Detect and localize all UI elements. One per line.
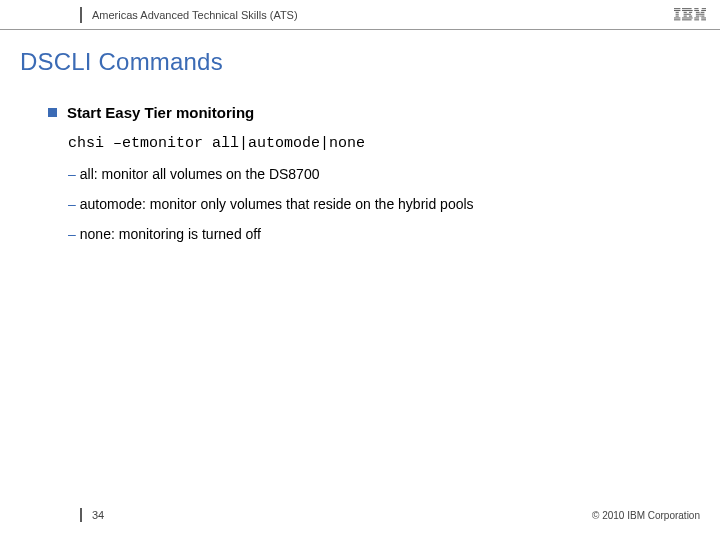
- square-bullet-icon: [48, 108, 57, 117]
- svg-rect-18: [694, 10, 699, 11]
- header-left: Americas Advanced Technical Skills (ATS): [0, 0, 298, 29]
- footer-divider: [80, 508, 82, 522]
- svg-rect-24: [700, 16, 701, 17]
- page-number: 34: [92, 509, 104, 521]
- sub-item: –none: monitoring is turned off: [68, 226, 720, 242]
- svg-rect-4: [676, 16, 679, 17]
- dash-icon: –: [68, 166, 76, 182]
- header-divider: [80, 7, 82, 23]
- svg-rect-0: [674, 8, 680, 9]
- sub-item-text: automode: monitor only volumes that resi…: [80, 196, 474, 212]
- svg-rect-28: [694, 19, 699, 20]
- svg-rect-17: [702, 8, 706, 9]
- svg-rect-27: [701, 17, 706, 18]
- svg-rect-29: [701, 19, 706, 20]
- svg-rect-23: [696, 16, 699, 17]
- svg-rect-6: [674, 19, 680, 20]
- svg-rect-2: [676, 12, 679, 13]
- svg-rect-19: [701, 10, 706, 11]
- sub-item-text: none: monitoring is turned off: [80, 226, 261, 242]
- svg-rect-22: [696, 14, 705, 15]
- svg-rect-21: [701, 12, 705, 13]
- dash-icon: –: [68, 226, 76, 242]
- slide-content: Start Easy Tier monitoring chsi –etmonit…: [0, 76, 720, 242]
- bullet-main: Start Easy Tier monitoring: [48, 104, 720, 121]
- ibm-logo: [674, 8, 706, 21]
- ibm-logo-icon: [674, 8, 706, 21]
- sub-item-text: all: monitor all volumes on the DS8700: [80, 166, 320, 182]
- sub-item: –all: monitor all volumes on the DS8700: [68, 166, 720, 182]
- svg-rect-14: [682, 17, 693, 18]
- svg-rect-12: [684, 16, 687, 17]
- svg-rect-5: [674, 17, 680, 18]
- slide-header: Americas Advanced Technical Skills (ATS): [0, 0, 720, 30]
- slide-title: DSCLI Commands: [0, 30, 720, 76]
- svg-rect-26: [694, 17, 699, 18]
- svg-rect-15: [682, 19, 692, 20]
- svg-rect-25: [701, 16, 704, 17]
- header-org-text: Americas Advanced Technical Skills (ATS): [92, 9, 298, 21]
- svg-rect-20: [696, 12, 700, 13]
- svg-rect-8: [682, 10, 693, 11]
- bullet-heading: Start Easy Tier monitoring: [67, 104, 254, 121]
- svg-rect-3: [676, 14, 679, 15]
- sub-item: –automode: monitor only volumes that res…: [68, 196, 720, 212]
- svg-rect-13: [689, 16, 692, 17]
- dash-icon: –: [68, 196, 76, 212]
- svg-rect-7: [682, 8, 692, 9]
- svg-rect-1: [674, 10, 680, 11]
- slide-footer: 34 © 2010 IBM Corporation: [0, 508, 720, 522]
- code-command: chsi –etmonitor all|automode|none: [68, 135, 720, 152]
- footer-left: 34: [0, 508, 104, 522]
- svg-rect-9: [684, 12, 687, 13]
- svg-rect-11: [684, 14, 691, 15]
- copyright-text: © 2010 IBM Corporation: [592, 510, 700, 521]
- sub-list: –all: monitor all volumes on the DS8700 …: [68, 166, 720, 242]
- svg-rect-10: [689, 12, 692, 13]
- svg-rect-16: [694, 8, 698, 9]
